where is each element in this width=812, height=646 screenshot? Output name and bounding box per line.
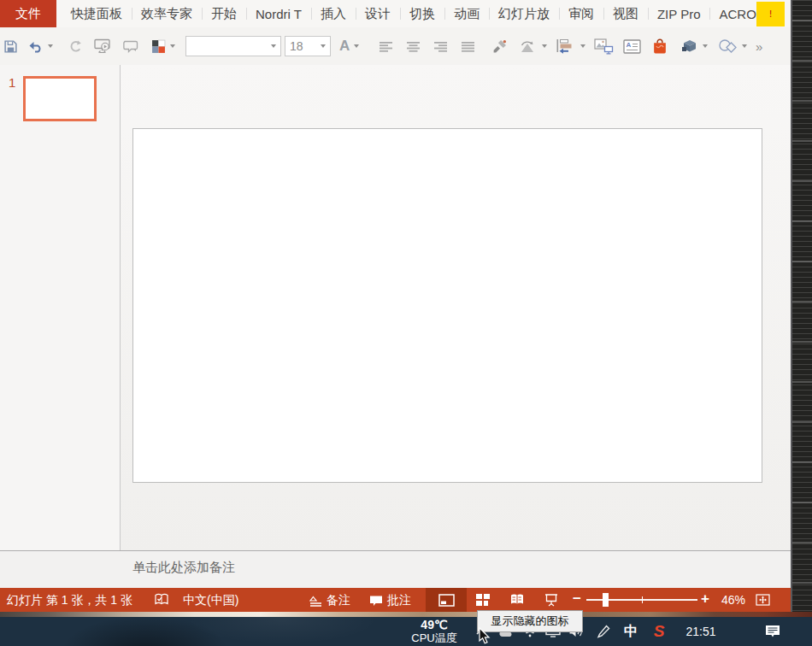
chevron-down-icon: [580, 44, 585, 48]
action-center-icon: [764, 624, 781, 639]
slide-thumbnail-panel: 1: [0, 65, 121, 550]
justify-button[interactable]: [462, 27, 474, 65]
save-icon: [3, 39, 18, 54]
tab-zip-pro[interactable]: ZIP Pro: [648, 0, 710, 27]
zoom-slider-thumb[interactable]: [603, 593, 609, 607]
slide-counter[interactable]: 幻灯片 第 1 张，共 1 张: [7, 593, 132, 608]
redo-icon: [68, 39, 83, 54]
save-button[interactable]: [3, 27, 18, 65]
fit-to-window-button[interactable]: [756, 594, 770, 606]
chevron-down-icon: [703, 44, 708, 48]
chevron-down-icon: [321, 44, 326, 48]
comment-bubble-icon: [369, 595, 383, 608]
3d-cube-icon: [680, 39, 698, 54]
font-styling-icon: A: [339, 38, 350, 55]
background-window-edge: [791, 0, 812, 612]
autofit-shape-button[interactable]: [518, 27, 547, 65]
slide-show-button[interactable]: [544, 593, 558, 607]
send-to-screen-button[interactable]: [594, 27, 614, 65]
paragraph-layout-button[interactable]: [556, 27, 585, 65]
align-center-button[interactable]: [407, 27, 420, 65]
undo-icon: [27, 40, 44, 53]
app-store-button[interactable]: [651, 27, 668, 65]
theme-colors-button[interactable]: [151, 27, 175, 65]
tab-animations[interactable]: 动画: [444, 0, 489, 27]
chevron-down-icon: [742, 44, 747, 48]
font-styling-button[interactable]: A: [339, 27, 359, 65]
tray-tooltip: 显示隐藏的图标: [477, 610, 583, 632]
zoom-out-button[interactable]: −: [573, 590, 581, 608]
tab-view[interactable]: 视图: [603, 0, 648, 27]
tray-pen-button[interactable]: [593, 617, 614, 646]
normal-view-button[interactable]: [426, 588, 467, 612]
theme-colors-icon: [151, 39, 166, 54]
pen-icon: [597, 625, 610, 638]
slide-sorter-button[interactable]: [476, 594, 490, 606]
align-right-icon: [434, 41, 447, 52]
comment-icon: [123, 39, 139, 54]
normal-view-icon: [438, 594, 455, 607]
sogou-tray-button[interactable]: S: [648, 617, 670, 646]
align-left-button[interactable]: [380, 27, 392, 65]
tab-insert[interactable]: 插入: [311, 0, 356, 27]
slide-thumbnail[interactable]: [23, 76, 97, 121]
more-commands-button[interactable]: »: [756, 27, 761, 65]
zoom-slider-center-tick: [642, 596, 643, 603]
format-painter-icon: [492, 39, 507, 54]
action-center-button[interactable]: [761, 617, 785, 646]
format-painter-button[interactable]: [492, 27, 507, 65]
ime-language-button[interactable]: 中: [621, 617, 641, 646]
align-center-icon: [407, 41, 420, 52]
plugin-badge-icon: !: [769, 9, 772, 19]
spell-check-icon: [154, 593, 169, 606]
cpu-temp-widget: 49℃ CPU温度: [398, 619, 470, 644]
notes-pane[interactable]: 单击此处添加备注: [0, 550, 791, 588]
notes-toggle[interactable]: 备注: [309, 593, 350, 608]
zoom-percent[interactable]: 46%: [721, 593, 745, 607]
slideshow-from-beginning-button[interactable]: [94, 27, 112, 65]
spell-check-button[interactable]: [154, 593, 169, 606]
tab-transitions[interactable]: 切换: [400, 0, 444, 27]
cpu-temp-label: CPU温度: [398, 632, 470, 645]
reading-view-icon: [509, 593, 525, 606]
shapes-icon: [718, 39, 738, 53]
ribbon-menu-bar: 文件 快捷面板 效率专家 开始 Nordri T 插入 设计 切换 动画 幻灯片…: [0, 0, 791, 27]
taskbar-clock[interactable]: 21:51: [682, 617, 720, 646]
tab-design[interactable]: 设计: [356, 0, 400, 27]
picture-to-screen-icon: [594, 38, 614, 55]
tab-slideshow[interactable]: 幻灯片放: [489, 0, 559, 27]
align-left-icon: [380, 41, 392, 52]
redo-button[interactable]: [68, 27, 83, 65]
slide-number: 1: [9, 75, 15, 90]
tab-nordri-tools[interactable]: Nordri T: [246, 0, 311, 27]
cpu-temp-value: 49℃: [398, 619, 470, 632]
font-size-combobox[interactable]: 18: [285, 27, 331, 65]
chevron-down-icon: [170, 44, 175, 48]
slide-editing-area: [121, 65, 791, 550]
tab-review[interactable]: 审阅: [559, 0, 603, 27]
new-comment-button[interactable]: [123, 27, 139, 65]
comments-toggle[interactable]: 批注: [369, 593, 411, 608]
screen: 文件 快捷面板 效率专家 开始 Nordri T 插入 设计 切换 动画 幻灯片…: [0, 0, 812, 646]
slide-canvas[interactable]: [132, 128, 762, 483]
align-right-button[interactable]: [434, 27, 447, 65]
language-indicator[interactable]: 中文(中国): [183, 593, 238, 608]
notes-icon: [309, 595, 322, 608]
3d-model-button[interactable]: [680, 27, 708, 65]
autofit-shape-icon: [518, 39, 538, 54]
undo-button[interactable]: [27, 27, 53, 65]
reading-view-button[interactable]: [509, 593, 525, 606]
tab-home[interactable]: 开始: [202, 0, 246, 27]
shapes-button[interactable]: [718, 27, 747, 65]
tab-efficiency-expert[interactable]: 效率专家: [132, 0, 202, 27]
tab-file[interactable]: 文件: [0, 0, 56, 27]
zoom-in-button[interactable]: +: [701, 590, 709, 608]
font-size-value: 18: [290, 39, 303, 53]
slide-sorter-icon: [476, 594, 490, 606]
tab-quick-panel[interactable]: 快捷面板: [62, 0, 132, 27]
font-name-combobox[interactable]: [185, 27, 281, 65]
justify-icon: [462, 41, 474, 52]
text-box-button[interactable]: A: [623, 27, 641, 65]
plugin-badge[interactable]: !: [756, 2, 785, 26]
text-box-icon: A: [623, 39, 641, 54]
